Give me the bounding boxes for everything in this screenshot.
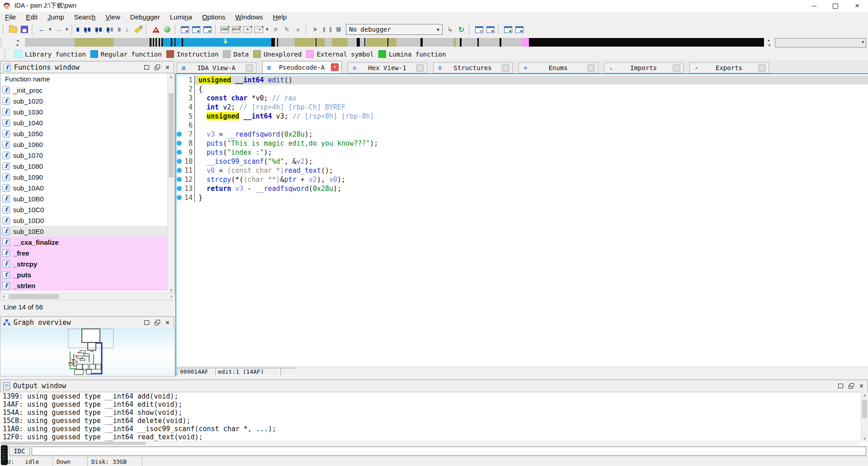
- scroll-up-arrow[interactable]: ∧: [861, 392, 868, 399]
- open-structures-button[interactable]: [474, 24, 484, 35]
- function-list-item[interactable]: f__cxa_finalize: [0, 237, 169, 247]
- open-file-button[interactable]: [8, 24, 18, 35]
- function-list-item[interactable]: fsub_10D0: [0, 215, 169, 226]
- function-list-item[interactable]: fsub_1070: [0, 150, 169, 161]
- output-line[interactable]: 154A: using guessed type __int64 show(vo…: [0, 409, 861, 417]
- tab-close-button[interactable]: ×: [245, 64, 253, 72]
- scroll-thumb[interactable]: [9, 294, 59, 299]
- menu-item-search[interactable]: Search: [69, 12, 101, 22]
- open-enums-button[interactable]: [485, 24, 495, 35]
- jump-to-address-button[interactable]: ↓: [122, 24, 132, 35]
- output-line[interactable]: 1399: using guessed type __int64 add(voi…: [0, 392, 861, 400]
- function-list-item[interactable]: fsub_1030: [0, 106, 169, 117]
- search-text-button[interactable]: T: [88, 24, 98, 35]
- function-list-item[interactable]: f_free: [0, 247, 169, 258]
- scroll-thumb[interactable]: [862, 400, 867, 418]
- function-list-item[interactable]: fsub_1060: [0, 139, 169, 150]
- graph-overview-canvas[interactable]: [0, 328, 175, 376]
- function-list-item[interactable]: f_strlen: [0, 280, 169, 291]
- graph-overview-titlebar[interactable]: Graph overview: [0, 316, 174, 329]
- output-log[interactable]: 1399: using guessed type __int64 add(voi…: [0, 392, 861, 442]
- tab-close-button[interactable]: ×: [331, 63, 339, 71]
- navigate-forward-button[interactable]: →: [53, 24, 64, 35]
- tab-close-button[interactable]: ×: [758, 64, 766, 72]
- open-imports-button[interactable]: [503, 24, 513, 35]
- problems-list-button[interactable]: [151, 24, 161, 35]
- tab-close-button[interactable]: ×: [502, 64, 509, 72]
- patch-button[interactable]: ✳: [270, 24, 281, 35]
- open-hex-window-button[interactable]: [191, 24, 201, 35]
- menu-item-debugger[interactable]: Debugger: [125, 12, 165, 22]
- breakpoint-dot[interactable]: [177, 159, 182, 164]
- open-windows-list-button[interactable]: [202, 24, 212, 35]
- menu-item-windows[interactable]: Windows: [231, 12, 268, 22]
- tab-pseudocode-a[interactable]: ▤Pseudocode-A×: [262, 61, 342, 73]
- panel-maximize-button[interactable]: [142, 318, 152, 327]
- output-line[interactable]: 12F0: using guessed type __int64 read_te…: [0, 433, 861, 441]
- refresh-lumina-button[interactable]: ↻: [456, 24, 467, 35]
- breakpoint-dot[interactable]: [177, 150, 182, 155]
- menu-item-view[interactable]: View: [100, 12, 125, 22]
- highlight-lock-button[interactable]: [133, 24, 143, 35]
- tab-structures[interactable]: AStructures×: [433, 62, 513, 73]
- menu-item-jump[interactable]: Jump: [42, 12, 69, 22]
- panel-float-button[interactable]: [152, 63, 162, 72]
- functions-window-titlebar[interactable]: f Functions window: [0, 61, 174, 74]
- navigation-band[interactable]: [25, 38, 764, 47]
- output-line[interactable]: 14AF: using guessed type __int64 edit(vo…: [0, 400, 861, 409]
- step-into-button[interactable]: ↳: [445, 24, 455, 35]
- open-disasm-window-button[interactable]: [179, 24, 190, 35]
- close-button[interactable]: [846, 0, 868, 12]
- band-scroll-right[interactable]: ▸◂: [764, 37, 774, 48]
- breakpoint-dot[interactable]: [177, 141, 182, 146]
- tab-enums[interactable]: ≡Enums×: [519, 62, 598, 73]
- breakpoint-dot[interactable]: [177, 177, 182, 182]
- debugger-selector[interactable]: No debugger ▼: [346, 24, 443, 35]
- code-line[interactable]: 4 int v2; // [rsp+4h] [rbp-Ch] BYREF: [176, 103, 868, 112]
- cli-input[interactable]: [32, 447, 866, 456]
- functions-vertical-scrollbar[interactable]: ∧ ∨: [167, 73, 175, 293]
- menu-item-lumina[interactable]: Lumina: [165, 12, 197, 22]
- function-list-item[interactable]: fsub_1020: [0, 95, 169, 106]
- code-line[interactable]: 5 unsigned __int64 v3; // [rsp+8h] [rbp-…: [176, 112, 868, 121]
- tab-ida-view-a[interactable]: ▤IDA View-A×: [177, 62, 256, 73]
- code-line[interactable]: 11 v0 = (const char *)read_text();: [176, 166, 868, 175]
- code-line[interactable]: 10 __isoc99_scanf("%d", &v2);: [176, 157, 868, 166]
- code-line[interactable]: 2{: [176, 85, 868, 94]
- search-values-button[interactable]: 1: [99, 24, 109, 35]
- code-line[interactable]: 3 const char *v0; // rax: [176, 94, 868, 103]
- menu-item-options[interactable]: Options: [197, 12, 231, 22]
- back-history-dropdown[interactable]: ▼: [48, 24, 52, 35]
- debugger-start-button[interactable]: [311, 24, 321, 35]
- output-horizontal-scrollbar[interactable]: [0, 441, 861, 446]
- breakpoint-dot[interactable]: [177, 186, 182, 191]
- function-list-item[interactable]: fsub_1080: [0, 161, 169, 171]
- tab-imports[interactable]: ↘Imports×: [604, 62, 684, 73]
- debugger-pause-button[interactable]: [322, 24, 332, 35]
- debugger-stop-button[interactable]: [333, 24, 344, 35]
- panel-close-button[interactable]: [162, 63, 173, 72]
- undefine-button[interactable]: ×: [293, 24, 303, 35]
- make-ascii-button[interactable]: A: [242, 24, 253, 35]
- functions-horizontal-scrollbar[interactable]: < >: [0, 293, 175, 300]
- scroll-thumb[interactable]: [1, 442, 146, 445]
- menu-item-edit[interactable]: Edit: [21, 12, 42, 22]
- panel-float-button[interactable]: [152, 318, 162, 327]
- band-scroll-left[interactable]: ◂▸: [13, 37, 23, 48]
- panel-maximize-button[interactable]: [142, 63, 152, 72]
- output-window-titlebar[interactable]: Output window: [0, 380, 868, 392]
- function-list-item[interactable]: fsub_10C0: [0, 204, 169, 215]
- scroll-down-arrow[interactable]: ∨: [168, 286, 175, 293]
- navigate-back-button[interactable]: ←: [37, 24, 47, 35]
- scroll-left-arrow[interactable]: <: [0, 295, 7, 299]
- menu-item-file[interactable]: File: [0, 12, 21, 22]
- edit-button[interactable]: ✎: [282, 24, 292, 35]
- output-vertical-scrollbar[interactable]: ∧ ∨: [861, 392, 868, 442]
- breakpoint-dot[interactable]: [177, 168, 182, 173]
- function-list-item[interactable]: fsub_10A0: [0, 182, 169, 193]
- function-list-item[interactable]: fsub_10B0: [0, 193, 169, 204]
- make-code-button[interactable]: CODE: [220, 24, 230, 35]
- forward-history-dropdown[interactable]: ▼: [65, 24, 69, 35]
- make-dropdown[interactable]: ▼: [265, 24, 269, 35]
- minimize-button[interactable]: [803, 0, 825, 12]
